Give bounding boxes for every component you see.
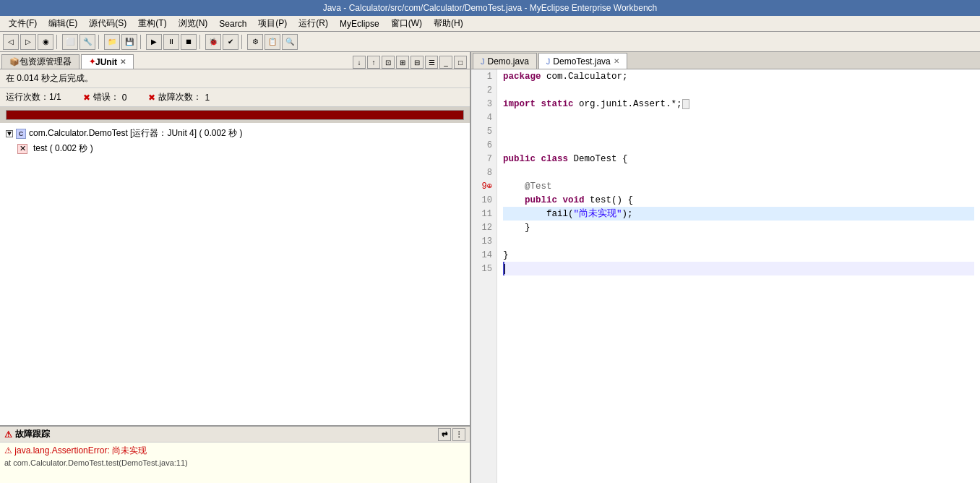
- error-icon: ✖: [83, 93, 90, 103]
- toolbar-btn-8[interactable]: ▶: [146, 34, 162, 50]
- toolbar-btn-15[interactable]: 🔍: [282, 34, 298, 50]
- code-line-8: [503, 166, 974, 179]
- tab-junit[interactable]: ✦ JUnit ✕: [81, 54, 134, 69]
- line-num-13: 13: [476, 234, 492, 248]
- toolbar-btn-11[interactable]: 🐞: [205, 34, 221, 50]
- line-num-3: 3: [476, 97, 492, 111]
- run-stats: 运行次数：1/1 ✖ 错误： 0 ✖ 故障次数： 1: [0, 88, 470, 107]
- panel-toolbar-btn-5[interactable]: ⊟: [411, 56, 424, 69]
- toolbar-btn-6[interactable]: 📁: [104, 34, 120, 50]
- panel-tabs: 📦 包资源管理器 ✦ JUnit ✕ ↓ ↑ ⊡ ⊞ ⊟ ☰ _ □: [0, 52, 470, 69]
- line-num-2: 2: [476, 83, 492, 97]
- tab-package-icon: 📦: [9, 57, 20, 67]
- toolbar-sep-1: [56, 35, 59, 49]
- test-tree[interactable]: ▼ C com.Calculator.DemoTest [运行器：JUnit 4…: [0, 123, 470, 425]
- progress-bar-fill: [7, 111, 463, 119]
- panel-toolbar-btn-4[interactable]: ⊞: [396, 56, 409, 69]
- code-line-1: package com.Calculator;: [503, 69, 974, 83]
- line-num-9: 9⊕: [476, 179, 492, 193]
- status-message: 在 0.014 秒之后完成。: [0, 69, 470, 88]
- tree-root-item[interactable]: ▼ C com.Calculator.DemoTest [运行器：JUnit 4…: [3, 126, 467, 141]
- toolbar-sep-2: [98, 35, 101, 49]
- toolbar-btn-3[interactable]: ◉: [38, 34, 53, 50]
- right-panel: J Demo.java J DemoTest.java ✕ 1 2 3 4 5 …: [471, 52, 980, 483]
- menu-window[interactable]: 窗口(W): [385, 16, 428, 31]
- failure-section: ⚠ 故障跟踪 ⇄ ⋮ ⚠ java.lang.AssertionError: 尚…: [0, 425, 470, 483]
- toolbar-btn-12[interactable]: ✔: [223, 34, 238, 50]
- toolbar-btn-13[interactable]: ⚙: [247, 34, 263, 50]
- code-line-13: [503, 234, 974, 248]
- line-num-8: 8: [476, 166, 492, 179]
- menu-myeclipse[interactable]: MyEclipse: [334, 17, 385, 30]
- line-num-10: 10: [476, 193, 492, 207]
- menu-refactor[interactable]: 重构(T): [132, 16, 172, 31]
- panel-toolbar-btn-6[interactable]: ☰: [425, 56, 438, 69]
- toolbar-btn-7[interactable]: 💾: [121, 34, 137, 50]
- menu-run[interactable]: 运行(R): [293, 16, 334, 31]
- menu-edit[interactable]: 编辑(E): [43, 16, 83, 31]
- code-line-4: [503, 111, 974, 124]
- panel-minimize[interactable]: _: [439, 56, 452, 69]
- main-area: 📦 包资源管理器 ✦ JUnit ✕ ↓ ↑ ⊡ ⊞ ⊟ ☰ _ □ 在 0.: [0, 52, 980, 483]
- demo-java-icon: J: [481, 57, 485, 66]
- menu-source[interactable]: 源代码(S): [83, 16, 132, 31]
- code-editor[interactable]: 1 2 3 4 5 6 7 8 9⊕ 10 11 12 13 14 15 pac…: [471, 69, 980, 483]
- progress-bar-container: [6, 110, 464, 120]
- panel-toolbar-btn-1[interactable]: ↓: [353, 56, 366, 69]
- toolbar-btn-1[interactable]: ◁: [3, 34, 19, 50]
- code-line-15: [503, 262, 974, 275]
- toolbar-btn-4[interactable]: ⬜: [62, 34, 78, 50]
- toolbar-btn-2[interactable]: ▷: [20, 34, 36, 50]
- editor-tab-demo[interactable]: J Demo.java: [473, 53, 537, 69]
- title-text: Java - Calculator/src/com/Calculator/Dem…: [323, 3, 658, 13]
- code-line-12: }: [503, 221, 974, 234]
- line-num-6: 6: [476, 138, 492, 152]
- toolbar-btn-14[interactable]: 📋: [265, 34, 280, 50]
- line-num-11: 11: [476, 207, 492, 221]
- code-line-14: }: [503, 248, 974, 262]
- code-content[interactable]: package com.Calculator; import static or…: [497, 69, 980, 483]
- menu-browse[interactable]: 浏览(N): [173, 16, 214, 31]
- menu-file[interactable]: 文件(F): [3, 16, 43, 31]
- toolbar-btn-9[interactable]: ⏸: [163, 34, 179, 50]
- panel-toolbar-btn-3[interactable]: ⊡: [382, 56, 395, 69]
- menu-search[interactable]: Search: [213, 17, 252, 30]
- demotest-java-icon: J: [546, 57, 551, 66]
- failure-stat: ✖ 故障次数： 1: [148, 91, 210, 103]
- line-num-7: 7: [476, 152, 492, 166]
- editor-tabs: J Demo.java J DemoTest.java ✕: [471, 52, 980, 69]
- editor-tab-demotest-close[interactable]: ✕: [614, 57, 619, 65]
- toolbar-btn-5[interactable]: 🔧: [79, 34, 95, 50]
- failure-icon: ✖: [148, 93, 155, 103]
- error-stat: ✖ 错误： 0: [83, 91, 127, 103]
- toolbar-sep-4: [199, 35, 202, 49]
- title-bar: Java - Calculator/src/com/Calculator/Dem…: [0, 0, 980, 16]
- menu-project[interactable]: 项目(P): [252, 16, 293, 31]
- test-class-icon: C: [16, 129, 26, 139]
- failure-toolbar-btn-1[interactable]: ⇄: [438, 428, 451, 441]
- line-num-12: 12: [476, 221, 492, 234]
- panel-toolbar-btn-2[interactable]: ↑: [367, 56, 380, 69]
- code-line-10: public void test() {: [503, 193, 974, 207]
- failure-toolbar-btn-2[interactable]: ⋮: [452, 428, 465, 441]
- failure-icon-1: ⚠: [4, 445, 12, 456]
- panel-maximize[interactable]: □: [454, 56, 467, 69]
- line-num-5: 5: [476, 124, 492, 138]
- code-line-6: [503, 138, 974, 152]
- tree-child-item[interactable]: ✕ test ( 0.002 秒 ): [3, 141, 467, 156]
- tab-package-explorer[interactable]: 📦 包资源管理器: [1, 54, 79, 69]
- tree-root-label: com.Calculator.DemoTest [运行器：JUnit 4] ( …: [29, 127, 242, 140]
- menu-help[interactable]: 帮助(H): [428, 16, 469, 31]
- menu-bar: 文件(F) 编辑(E) 源代码(S) 重构(T) 浏览(N) Search 项目…: [0, 16, 980, 32]
- line-num-4: 4: [476, 111, 492, 124]
- tree-expand-icon[interactable]: ▼: [6, 130, 13, 137]
- failure-line-2: at com.Calculator.DemoTest.test(DemoTest…: [4, 458, 465, 468]
- toolbar-btn-10[interactable]: ⏹: [181, 34, 197, 50]
- toolbar-sep-5: [241, 35, 244, 49]
- toolbar-sep-3: [140, 35, 143, 49]
- failure-header: ⚠ 故障跟踪 ⇄ ⋮: [0, 427, 470, 443]
- tab-junit-close[interactable]: ✕: [120, 58, 126, 66]
- line-num-15: 15: [476, 262, 492, 275]
- junit-icon: ✦: [89, 57, 95, 67]
- editor-tab-demotest[interactable]: J DemoTest.java ✕: [538, 53, 627, 69]
